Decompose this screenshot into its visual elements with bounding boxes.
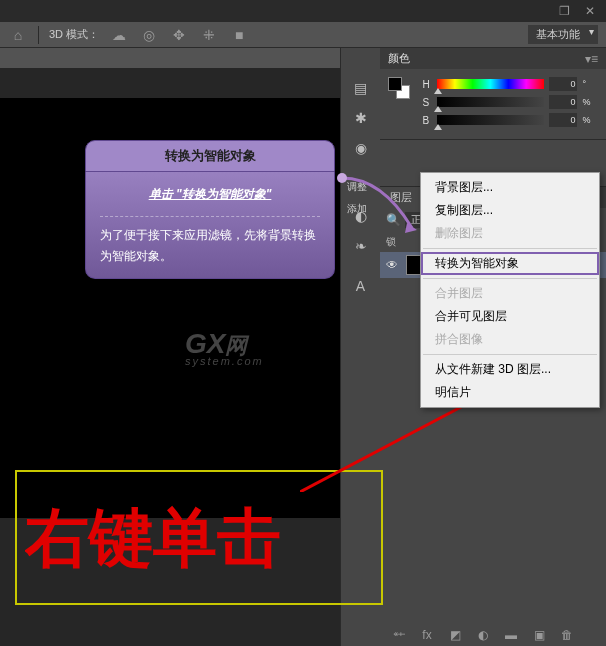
- history-icon[interactable]: ▤: [346, 74, 376, 102]
- menu-convert-smart-object[interactable]: 转换为智能对象: [421, 252, 599, 275]
- home-icon[interactable]: ⌂: [8, 27, 28, 43]
- menu-new-3d-layer[interactable]: 从文件新建 3D 图层...: [421, 358, 599, 381]
- character-icon[interactable]: A: [346, 272, 376, 300]
- annotation-highlight-box: [15, 470, 383, 605]
- visibility-icon[interactable]: 👁: [386, 258, 398, 272]
- 3d-mode-label: 3D 模式：: [49, 27, 99, 42]
- color-panel-title: 颜色: [388, 51, 410, 66]
- fx-icon[interactable]: fx: [418, 628, 436, 642]
- tooltip-action: 单击 "转换为智能对象": [100, 184, 320, 204]
- folder-icon[interactable]: ▬: [502, 628, 520, 642]
- filter-icon[interactable]: 🔍: [386, 213, 401, 227]
- menu-postcard[interactable]: 明信片: [421, 381, 599, 404]
- hue-label: H: [422, 79, 432, 90]
- adjust-label: 调整: [347, 180, 367, 194]
- color-swatch[interactable]: [388, 77, 410, 99]
- sat-slider[interactable]: [437, 97, 544, 107]
- swatches-icon[interactable]: ✱: [346, 104, 376, 132]
- hue-value[interactable]: 0: [549, 77, 577, 91]
- camera-icon[interactable]: ■: [229, 27, 249, 43]
- menu-merge-layers: 合并图层: [421, 282, 599, 305]
- layers-panel-footer: ⬴ fx ◩ ◐ ▬ ▣ 🗑: [390, 628, 576, 642]
- sat-label: S: [422, 97, 432, 108]
- layer-context-menu: 背景图层... 复制图层... 删除图层 转换为智能对象 合并图层 合并可见图层…: [420, 172, 600, 408]
- restore-window-button[interactable]: ❐: [554, 3, 574, 19]
- color-panel: 颜色 ▾≡ H 0 ° S 0: [380, 48, 606, 140]
- bri-label: B: [422, 115, 432, 126]
- tooltip-title: 转换为智能对象: [85, 140, 335, 172]
- scale-icon[interactable]: ⁜: [199, 27, 219, 43]
- menu-duplicate-layer[interactable]: 复制图层...: [421, 199, 599, 222]
- tab-layers[interactable]: 图层: [380, 187, 422, 208]
- sat-value[interactable]: 0: [549, 95, 577, 109]
- menu-flatten: 拼合图像: [421, 328, 599, 351]
- add-label: 添加: [347, 202, 367, 216]
- pan-icon[interactable]: ◎: [139, 27, 159, 43]
- tutorial-tooltip: 转换为智能对象 单击 "转换为智能对象" 为了便于接下来应用滤镜，先将背景转换为…: [85, 140, 335, 279]
- panel-menu-icon[interactable]: ▾≡: [585, 52, 598, 66]
- bri-slider[interactable]: [437, 115, 544, 125]
- menu-delete-layer: 删除图层: [421, 222, 599, 245]
- options-bar: ⌂ 3D 模式： ☁ ◎ ✥ ⁜ ■ 基本功能: [0, 22, 606, 48]
- new-layer-icon[interactable]: ▣: [530, 628, 548, 642]
- menu-background-layer[interactable]: 背景图层...: [421, 176, 599, 199]
- hue-slider[interactable]: [437, 79, 544, 89]
- workspace-dropdown[interactable]: 基本功能: [528, 25, 598, 44]
- adjustment-icon[interactable]: ◐: [474, 628, 492, 642]
- lock-label: 锁: [386, 235, 396, 249]
- brush-icon[interactable]: ◉: [346, 134, 376, 162]
- link-icon[interactable]: ⬴: [390, 628, 408, 642]
- move-icon[interactable]: ✥: [169, 27, 189, 43]
- properties-icon[interactable]: ❧: [346, 232, 376, 260]
- orbit-icon[interactable]: ☁: [109, 27, 129, 43]
- mask-icon[interactable]: ◩: [446, 628, 464, 642]
- close-window-button[interactable]: ✕: [580, 3, 600, 19]
- tooltip-desc: 为了便于接下来应用滤镜，先将背景转换为智能对象。: [100, 228, 316, 262]
- trash-icon[interactable]: 🗑: [558, 628, 576, 642]
- bri-value[interactable]: 0: [549, 113, 577, 127]
- menu-merge-visible[interactable]: 合并可见图层: [421, 305, 599, 328]
